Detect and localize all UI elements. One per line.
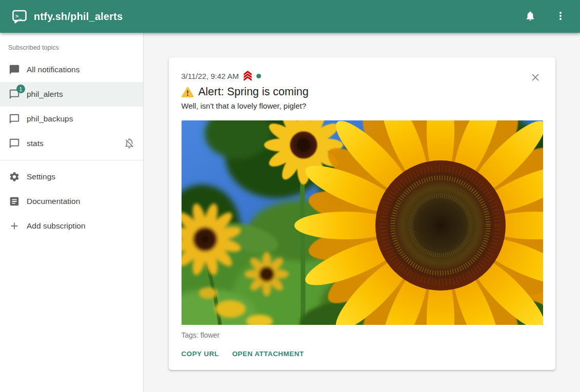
sidebar-item-settings[interactable]: Settings	[0, 164, 143, 189]
ntfy-logo-icon: >_	[12, 10, 27, 24]
unread-count-badge: 1	[16, 85, 25, 93]
priority-high-icon	[243, 71, 253, 81]
article-icon	[8, 195, 21, 208]
sidebar-item-documentation[interactable]: Documentation	[0, 189, 143, 214]
sidebar-divider	[0, 160, 143, 160]
sidebar-item-add-subscription[interactable]: Add subscription	[0, 214, 143, 238]
tags-label: Tags: flower	[182, 331, 543, 339]
unread-dot-icon	[256, 74, 261, 78]
sidebar: Subscribed topics All notifications 1 ph…	[0, 33, 144, 392]
sidebar-item-phil-alerts[interactable]: 1 phil_alerts	[0, 82, 143, 107]
notifications-list: 3/11/22, 9:42 AM	[144, 33, 580, 392]
attachment-image[interactable]	[182, 120, 543, 325]
overflow-menu-button[interactable]	[553, 9, 568, 25]
sidebar-item-label: stats	[27, 139, 44, 148]
subscribed-topics-label: Subscribed topics	[0, 36, 143, 57]
notifications-bell-button[interactable]	[523, 8, 538, 25]
page-title: ntfy.sh/phil_alerts	[34, 11, 523, 23]
sidebar-item-label: phil_backups	[27, 114, 73, 123]
gear-icon	[8, 171, 21, 183]
sidebar-item-label: phil_alerts	[27, 90, 63, 99]
open-attachment-button[interactable]: OPEN ATTACHMENT	[232, 350, 304, 358]
sidebar-item-label: Add subscription	[27, 221, 86, 231]
sidebar-item-label: Settings	[27, 172, 55, 181]
notifications-muted-icon	[124, 138, 135, 149]
svg-text:>_: >_	[15, 13, 22, 19]
close-icon	[530, 76, 541, 84]
kebab-menu-icon	[555, 11, 566, 23]
notification-title: Alert: Spring is coming	[198, 86, 309, 98]
sidebar-item-phil-backups[interactable]: phil_backups	[0, 107, 143, 131]
chat-bubble-filled-icon	[8, 64, 21, 76]
sidebar-item-stats[interactable]: stats	[0, 131, 143, 156]
notification-card: 3/11/22, 9:42 AM	[169, 57, 555, 370]
warning-emoji-icon	[182, 87, 194, 98]
sidebar-item-label: All notifications	[27, 65, 79, 74]
chat-bubble-outline-icon	[8, 137, 21, 150]
sidebar-item-all-notifications[interactable]: All notifications	[0, 57, 143, 82]
app-bar: >_ ntfy.sh/phil_alerts	[0, 0, 580, 33]
chat-bubble-outline-icon: 1	[8, 88, 21, 100]
delete-notification-button[interactable]	[529, 71, 542, 85]
bell-icon	[525, 10, 536, 23]
notification-timestamp: 3/11/22, 9:42 AM	[182, 72, 239, 80]
chat-bubble-outline-icon	[8, 113, 21, 125]
notification-message: Well, isn't that a lovely flower, piglet…	[182, 101, 543, 110]
sidebar-item-label: Documentation	[27, 197, 80, 206]
plus-icon	[8, 220, 21, 232]
copy-url-button[interactable]: COPY URL	[182, 350, 219, 358]
